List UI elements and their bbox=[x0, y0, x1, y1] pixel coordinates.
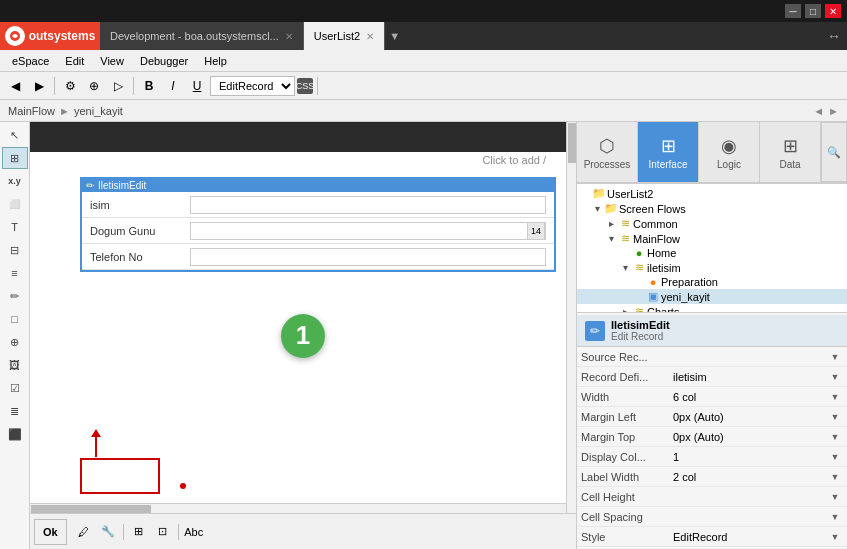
bottom-tool-4[interactable]: ⊡ bbox=[152, 521, 174, 543]
tab-logic[interactable]: ◉ Logic bbox=[699, 122, 760, 182]
prop-dropdown-source[interactable]: ▼ bbox=[827, 349, 843, 365]
tab-processes[interactable]: ⬡ Processes bbox=[577, 122, 638, 182]
prop-value-margin-left[interactable]: 0px (Auto) bbox=[671, 411, 827, 423]
prop-dropdown-label-width[interactable]: ▼ bbox=[827, 469, 843, 485]
bottom-tool-2[interactable]: 🔧 bbox=[97, 521, 119, 543]
bottom-tool-1[interactable]: 🖊 bbox=[73, 521, 95, 543]
tree-item-screen-flows[interactable]: ▾ 📁 Screen Flows bbox=[577, 201, 847, 216]
settings-button[interactable]: ⚙ bbox=[59, 75, 81, 97]
form-widget[interactable]: ✏ IletisimEdit isim Dogum Gunu 14 Telefo… bbox=[80, 177, 556, 272]
prop-dropdown-width[interactable]: ▼ bbox=[827, 389, 843, 405]
common-icon: ≋ bbox=[617, 217, 633, 230]
prop-value-record[interactable]: iletisim bbox=[671, 371, 827, 383]
prop-dropdown-style[interactable]: ▼ bbox=[827, 529, 843, 545]
publish-button[interactable]: ▷ bbox=[107, 75, 129, 97]
prop-dropdown-display-col[interactable]: ▼ bbox=[827, 449, 843, 465]
prop-dropdown-cell-spacing[interactable]: ▼ bbox=[827, 509, 843, 525]
maximize-button[interactable]: □ bbox=[805, 4, 821, 18]
tab-data[interactable]: ⊞ Data bbox=[760, 122, 821, 182]
tree-item-home[interactable]: ● Home bbox=[577, 246, 847, 260]
forward-button[interactable]: ▶ bbox=[28, 75, 50, 97]
tree-root-label: UserList2 bbox=[607, 188, 653, 200]
tree-item-yeni-kayit[interactable]: ▣ yeni_kayit bbox=[577, 289, 847, 304]
v-scrollbar[interactable] bbox=[566, 122, 576, 513]
tool-table[interactable]: ⊟ bbox=[2, 239, 28, 261]
compare-button[interactable]: ⊕ bbox=[83, 75, 105, 97]
tool-list[interactable]: ≣ bbox=[2, 400, 28, 422]
input-isim[interactable] bbox=[190, 196, 546, 214]
tree-item-mainflow[interactable]: ▾ ≋ MainFlow bbox=[577, 231, 847, 246]
tool-grid[interactable]: ⊞ bbox=[2, 147, 28, 169]
tree-item-iletisim[interactable]: ▾ ≋ iletisim bbox=[577, 260, 847, 275]
input-dogum[interactable]: 14 bbox=[190, 222, 546, 240]
tool-placeholder[interactable]: ⬜ bbox=[2, 193, 28, 215]
breadcrumb-nav-prev[interactable]: ◄ bbox=[813, 105, 824, 117]
form-row-isim: isim bbox=[82, 192, 554, 218]
style-select[interactable]: EditRecord bbox=[210, 76, 295, 96]
prop-value-display-col[interactable]: 1 bbox=[671, 451, 827, 463]
click-to-add-hint[interactable]: Click to add / bbox=[482, 154, 546, 166]
h-scrollbar[interactable] bbox=[30, 503, 566, 513]
tab-interface[interactable]: ⊞ Interface bbox=[638, 122, 699, 182]
prop-dropdown-record[interactable]: ▼ bbox=[827, 369, 843, 385]
prop-value-style[interactable]: EditRecord bbox=[671, 531, 827, 543]
tree-item-common[interactable]: ▸ ≋ Common bbox=[577, 216, 847, 231]
tree-item-charts[interactable]: ▸ ≋ Charts bbox=[577, 304, 847, 313]
bottom-tool-5[interactable]: Abc bbox=[183, 521, 205, 543]
prop-value-label-width[interactable]: 2 col bbox=[671, 471, 827, 483]
breadcrumb-bar: MainFlow ► yeni_kayit ◄ ► bbox=[0, 100, 847, 122]
bottom-tool-3[interactable]: ⊞ bbox=[128, 521, 150, 543]
prop-dropdown-margin-left[interactable]: ▼ bbox=[827, 409, 843, 425]
tool-image[interactable]: 🖼 bbox=[2, 354, 28, 376]
tree-root[interactable]: 📁 UserList2 bbox=[577, 186, 847, 201]
underline-button[interactable]: U bbox=[186, 75, 208, 97]
menu-espace[interactable]: eSpace bbox=[4, 53, 57, 69]
close-tab-userlist2[interactable]: ✕ bbox=[366, 31, 374, 42]
tool-form[interactable]: ≡ bbox=[2, 262, 28, 284]
tab-dropdown-arrow[interactable]: ▼ bbox=[385, 22, 404, 50]
tab-development[interactable]: Development - boa.outsystemscl... ✕ bbox=[100, 22, 304, 50]
prop-value-margin-top[interactable]: 0px (Auto) bbox=[671, 431, 827, 443]
input-telefon[interactable] bbox=[190, 248, 546, 266]
close-button[interactable]: ✕ bbox=[825, 4, 841, 18]
prop-label-source: Source Rec... bbox=[581, 351, 671, 363]
menu-debugger[interactable]: Debugger bbox=[132, 53, 196, 69]
date-picker-icon[interactable]: 14 bbox=[527, 222, 545, 240]
prop-row-style: Style EditRecord ▼ bbox=[577, 527, 847, 547]
close-tab-development[interactable]: ✕ bbox=[285, 31, 293, 42]
red-box-widget[interactable] bbox=[80, 458, 160, 494]
prop-value-width[interactable]: 6 col bbox=[671, 391, 827, 403]
tab-label-development: Development - boa.outsystemscl... bbox=[110, 30, 279, 42]
menu-view[interactable]: View bbox=[92, 53, 132, 69]
tool-input[interactable]: □ bbox=[2, 308, 28, 330]
h-scrollbar-thumb[interactable] bbox=[31, 505, 151, 513]
back-button[interactable]: ◀ bbox=[4, 75, 26, 97]
tool-container[interactable]: ⬛ bbox=[2, 423, 28, 445]
css-badge[interactable]: CSS bbox=[297, 78, 313, 94]
ok-button[interactable]: Ok bbox=[34, 519, 67, 545]
tool-edit[interactable]: ✏ bbox=[2, 285, 28, 307]
menu-edit[interactable]: Edit bbox=[57, 53, 92, 69]
menu-help[interactable]: Help bbox=[196, 53, 235, 69]
window-arrow-left[interactable]: ↔ bbox=[827, 28, 841, 44]
prop-label-style: Style bbox=[581, 531, 671, 543]
prop-dropdown-margin-top[interactable]: ▼ bbox=[827, 429, 843, 445]
bold-button[interactable]: B bbox=[138, 75, 160, 97]
prop-label-label-width: Label Width bbox=[581, 471, 671, 483]
props-header: ✏ IletisimEdit Edit Record bbox=[577, 315, 847, 347]
minimize-button[interactable]: ─ bbox=[785, 4, 801, 18]
italic-button[interactable]: I bbox=[162, 75, 184, 97]
tool-check[interactable]: ☑ bbox=[2, 377, 28, 399]
tool-xy[interactable]: x.y bbox=[2, 170, 28, 192]
iletisim-icon: ≋ bbox=[631, 261, 647, 274]
tool-link[interactable]: ⊕ bbox=[2, 331, 28, 353]
prop-dropdown-cell-height[interactable]: ▼ bbox=[827, 489, 843, 505]
props-title-block: IletisimEdit Edit Record bbox=[611, 319, 670, 342]
tree-item-preparation[interactable]: ● Preparation bbox=[577, 275, 847, 289]
tool-pointer[interactable]: ↖ bbox=[2, 124, 28, 146]
breadcrumb-nav-next[interactable]: ► bbox=[828, 105, 839, 117]
tab-userlist2[interactable]: UserList2 ✕ bbox=[304, 22, 385, 50]
search-button[interactable]: 🔍 bbox=[821, 122, 847, 182]
v-scrollbar-thumb[interactable] bbox=[568, 123, 576, 163]
tool-text[interactable]: T bbox=[2, 216, 28, 238]
